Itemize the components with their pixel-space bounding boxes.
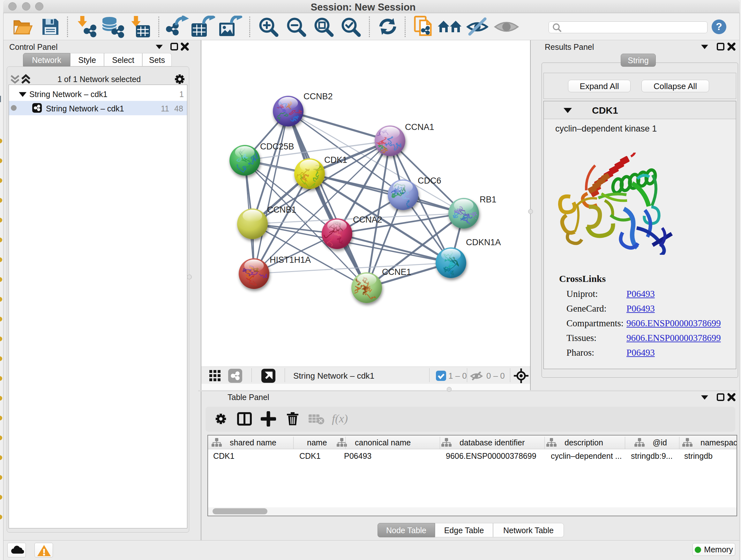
svg-text:RB1: RB1 xyxy=(480,195,496,204)
svg-text:CDKN1A: CDKN1A xyxy=(466,238,501,247)
svg-text:CCNA1: CCNA1 xyxy=(405,122,434,132)
svg-text:HIST1H1A: HIST1H1A xyxy=(270,255,311,265)
svg-text:CCNB2: CCNB2 xyxy=(304,91,333,101)
svg-text:?: ? xyxy=(716,21,722,32)
svg-text:CCNE1: CCNE1 xyxy=(382,267,411,277)
svg-text:CDC6: CDC6 xyxy=(418,176,441,186)
svg-text:CDC25B: CDC25B xyxy=(260,142,294,151)
svg-text:CCNA2: CCNA2 xyxy=(353,215,382,225)
svg-text:CDK1: CDK1 xyxy=(324,155,347,165)
svg-text:CCNB1: CCNB1 xyxy=(267,205,296,214)
